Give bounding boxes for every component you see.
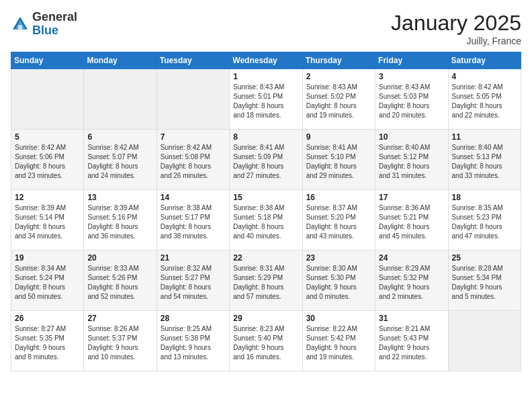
- weekday-header-row: SundayMondayTuesdayWednesdayThursdayFrid…: [11, 52, 521, 69]
- day-number: 7: [161, 132, 226, 142]
- day-info: Sunrise: 8:31 AM Sunset: 5:29 PM Dayligh…: [233, 264, 298, 302]
- day-cell: 5Sunrise: 8:42 AM Sunset: 5:06 PM Daylig…: [11, 130, 84, 190]
- day-number: 18: [452, 193, 517, 202]
- week-row-1: 1Sunrise: 8:43 AM Sunset: 5:01 PM Daylig…: [11, 69, 521, 130]
- weekday-header-thursday: Thursday: [302, 52, 375, 69]
- day-info: Sunrise: 8:42 AM Sunset: 5:05 PM Dayligh…: [452, 83, 517, 120]
- day-number: 13: [87, 193, 152, 202]
- day-info: Sunrise: 8:40 AM Sunset: 5:13 PM Dayligh…: [452, 143, 517, 181]
- day-number: 10: [379, 132, 444, 142]
- day-info: Sunrise: 8:21 AM Sunset: 5:43 PM Dayligh…: [379, 324, 444, 362]
- day-info: Sunrise: 8:42 AM Sunset: 5:08 PM Dayligh…: [161, 143, 226, 181]
- day-info: Sunrise: 8:29 AM Sunset: 5:32 PM Dayligh…: [379, 264, 444, 302]
- day-info: Sunrise: 8:23 AM Sunset: 5:40 PM Dayligh…: [233, 324, 298, 362]
- day-number: 16: [306, 193, 371, 202]
- calendar: SundayMondayTuesdayWednesdayThursdayFrid…: [11, 52, 521, 371]
- logo-blue-text: Blue: [32, 24, 58, 37]
- day-cell: 11Sunrise: 8:40 AM Sunset: 5:13 PM Dayli…: [448, 130, 521, 190]
- day-info: Sunrise: 8:25 AM Sunset: 5:38 PM Dayligh…: [161, 324, 226, 362]
- day-cell: 3Sunrise: 8:43 AM Sunset: 5:03 PM Daylig…: [375, 69, 448, 130]
- day-number: 20: [87, 253, 152, 263]
- weekday-header-monday: Monday: [84, 52, 157, 69]
- day-cell: 24Sunrise: 8:29 AM Sunset: 5:32 PM Dayli…: [375, 250, 448, 311]
- day-info: Sunrise: 8:33 AM Sunset: 5:26 PM Dayligh…: [87, 264, 152, 302]
- day-cell: 27Sunrise: 8:26 AM Sunset: 5:37 PM Dayli…: [84, 311, 157, 371]
- day-cell: [448, 311, 521, 371]
- weekday-header-wednesday: Wednesday: [230, 52, 302, 69]
- day-info: Sunrise: 8:43 AM Sunset: 5:03 PM Dayligh…: [379, 83, 444, 120]
- day-info: Sunrise: 8:26 AM Sunset: 5:37 PM Dayligh…: [87, 324, 152, 362]
- day-info: Sunrise: 8:41 AM Sunset: 5:10 PM Dayligh…: [306, 143, 371, 181]
- day-number: 27: [87, 314, 152, 323]
- day-number: 6: [87, 132, 152, 142]
- day-number: 31: [379, 314, 444, 323]
- day-cell: 29Sunrise: 8:23 AM Sunset: 5:40 PM Dayli…: [230, 311, 302, 371]
- logo-icon: [11, 15, 30, 34]
- day-number: 14: [161, 193, 226, 202]
- day-cell: 6Sunrise: 8:42 AM Sunset: 5:07 PM Daylig…: [84, 130, 157, 190]
- day-cell: 26Sunrise: 8:27 AM Sunset: 5:35 PM Dayli…: [11, 311, 84, 371]
- day-number: 9: [306, 132, 371, 142]
- day-number: 30: [306, 314, 371, 323]
- day-info: Sunrise: 8:38 AM Sunset: 5:17 PM Dayligh…: [161, 203, 226, 241]
- day-cell: 1Sunrise: 8:43 AM Sunset: 5:01 PM Daylig…: [230, 69, 302, 130]
- day-number: 4: [452, 72, 517, 81]
- day-info: Sunrise: 8:43 AM Sunset: 5:02 PM Dayligh…: [306, 83, 371, 120]
- day-info: Sunrise: 8:27 AM Sunset: 5:35 PM Dayligh…: [15, 324, 80, 362]
- logo: General Blue: [11, 11, 77, 38]
- day-info: Sunrise: 8:35 AM Sunset: 5:23 PM Dayligh…: [452, 203, 517, 241]
- page-header: General Blue January 2025 Juilly, France: [11, 11, 521, 46]
- weekday-header-saturday: Saturday: [448, 52, 521, 69]
- logo-general-text: General: [32, 10, 77, 24]
- month-title: January 2025: [391, 11, 521, 36]
- day-number: 17: [379, 193, 444, 202]
- day-number: 28: [161, 314, 226, 323]
- day-number: 21: [161, 253, 226, 263]
- day-info: Sunrise: 8:32 AM Sunset: 5:27 PM Dayligh…: [161, 264, 226, 302]
- day-cell: 23Sunrise: 8:30 AM Sunset: 5:30 PM Dayli…: [302, 250, 375, 311]
- svg-rect-2: [18, 25, 22, 29]
- weekday-header-tuesday: Tuesday: [157, 52, 229, 69]
- day-cell: 21Sunrise: 8:32 AM Sunset: 5:27 PM Dayli…: [157, 250, 229, 311]
- day-cell: 19Sunrise: 8:34 AM Sunset: 5:24 PM Dayli…: [11, 250, 84, 311]
- day-cell: 18Sunrise: 8:35 AM Sunset: 5:23 PM Dayli…: [448, 190, 521, 250]
- day-number: 24: [379, 253, 444, 263]
- day-cell: [157, 69, 229, 130]
- day-number: 11: [452, 132, 517, 142]
- day-cell: 13Sunrise: 8:39 AM Sunset: 5:16 PM Dayli…: [84, 190, 157, 250]
- day-cell: 15Sunrise: 8:38 AM Sunset: 5:18 PM Dayli…: [230, 190, 302, 250]
- day-cell: 25Sunrise: 8:28 AM Sunset: 5:34 PM Dayli…: [448, 250, 521, 311]
- day-number: 8: [233, 132, 298, 142]
- day-cell: 10Sunrise: 8:40 AM Sunset: 5:12 PM Dayli…: [375, 130, 448, 190]
- day-number: 12: [15, 193, 80, 202]
- day-number: 26: [15, 314, 80, 323]
- day-cell: 31Sunrise: 8:21 AM Sunset: 5:43 PM Dayli…: [375, 311, 448, 371]
- location: Juilly, France: [391, 36, 521, 46]
- day-cell: 2Sunrise: 8:43 AM Sunset: 5:02 PM Daylig…: [302, 69, 375, 130]
- day-cell: 8Sunrise: 8:41 AM Sunset: 5:09 PM Daylig…: [230, 130, 302, 190]
- day-cell: 9Sunrise: 8:41 AM Sunset: 5:10 PM Daylig…: [302, 130, 375, 190]
- day-cell: 28Sunrise: 8:25 AM Sunset: 5:38 PM Dayli…: [157, 311, 229, 371]
- day-cell: 20Sunrise: 8:33 AM Sunset: 5:26 PM Dayli…: [84, 250, 157, 311]
- week-row-5: 26Sunrise: 8:27 AM Sunset: 5:35 PM Dayli…: [11, 311, 521, 371]
- day-number: 29: [233, 314, 298, 323]
- day-info: Sunrise: 8:34 AM Sunset: 5:24 PM Dayligh…: [15, 264, 80, 302]
- day-number: 5: [15, 132, 80, 142]
- day-number: 25: [452, 253, 517, 263]
- day-info: Sunrise: 8:36 AM Sunset: 5:21 PM Dayligh…: [379, 203, 444, 241]
- weekday-header-sunday: Sunday: [11, 52, 84, 69]
- day-cell: 12Sunrise: 8:39 AM Sunset: 5:14 PM Dayli…: [11, 190, 84, 250]
- day-cell: [84, 69, 157, 130]
- day-info: Sunrise: 8:37 AM Sunset: 5:20 PM Dayligh…: [306, 203, 371, 241]
- day-cell: 30Sunrise: 8:22 AM Sunset: 5:42 PM Dayli…: [302, 311, 375, 371]
- day-cell: 16Sunrise: 8:37 AM Sunset: 5:20 PM Dayli…: [302, 190, 375, 250]
- day-info: Sunrise: 8:40 AM Sunset: 5:12 PM Dayligh…: [379, 143, 444, 181]
- day-number: 22: [233, 253, 298, 263]
- day-info: Sunrise: 8:43 AM Sunset: 5:01 PM Dayligh…: [233, 83, 298, 120]
- day-info: Sunrise: 8:38 AM Sunset: 5:18 PM Dayligh…: [233, 203, 298, 241]
- day-number: 1: [233, 72, 298, 81]
- day-info: Sunrise: 8:41 AM Sunset: 5:09 PM Dayligh…: [233, 143, 298, 181]
- week-row-4: 19Sunrise: 8:34 AM Sunset: 5:24 PM Dayli…: [11, 250, 521, 311]
- day-cell: 14Sunrise: 8:38 AM Sunset: 5:17 PM Dayli…: [157, 190, 229, 250]
- day-number: 2: [306, 72, 371, 81]
